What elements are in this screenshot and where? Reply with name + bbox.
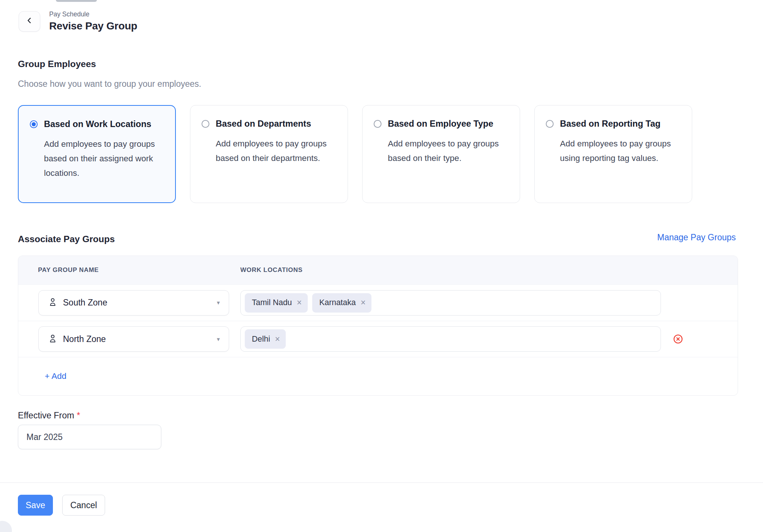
associate-pay-groups-heading: Associate Pay Groups (18, 234, 115, 244)
save-button[interactable]: Save (18, 495, 53, 516)
work-locations-multiselect[interactable]: Tamil Nadu×Karnataka× (240, 290, 661, 316)
column-header-work-locations: WORK LOCATIONS (240, 266, 303, 274)
group-employees-subtitle: Choose how you want to group your employ… (18, 79, 201, 89)
work-location-tag: Delhi× (245, 329, 286, 349)
footer-divider (0, 482, 763, 483)
work-location-tag: Karnataka× (312, 293, 371, 313)
header-titles: Pay Schedule Revise Pay Group (49, 10, 137, 32)
remove-tag-x-icon[interactable]: × (275, 335, 280, 343)
card-head: Based on Reporting Tag (546, 119, 681, 129)
cancel-button[interactable]: Cancel (62, 495, 105, 516)
radio-work-locations-selected[interactable] (30, 120, 38, 128)
pay-group-row: North Zone▾Delhi× (18, 321, 738, 357)
page-header: Pay Schedule Revise Pay Group (19, 10, 137, 32)
user-icon (48, 333, 58, 345)
delete-row-circle-x-icon[interactable] (672, 333, 684, 345)
work-location-tag: Tamil Nadu× (245, 293, 308, 313)
corner-widget-artifact (0, 521, 12, 532)
work-location-tag-label: Delhi (252, 335, 270, 344)
grouping-option-card-departments[interactable]: Based on DepartmentsAdd employees to pay… (190, 105, 348, 203)
grouping-option-cards: Based on Work LocationsAdd employees to … (18, 105, 692, 203)
add-pay-group-button[interactable]: + Add (45, 371, 66, 381)
work-location-tag-label: Karnataka (319, 298, 356, 307)
card-head: Based on Departments (202, 119, 337, 129)
remove-tag-x-icon[interactable]: × (297, 298, 302, 307)
remove-tag-x-icon[interactable]: × (361, 298, 365, 307)
user-icon (48, 297, 58, 308)
required-asterisk: * (77, 411, 80, 420)
radio-departments[interactable] (202, 120, 209, 128)
pay-group-row: South Zone▾Tamil Nadu×Karnataka× (18, 285, 738, 321)
grouping-option-description: Add employees to pay groups using report… (560, 136, 681, 165)
grouping-option-title: Based on Employee Type (388, 119, 493, 129)
grouping-option-description: Add employees to pay groups based on the… (388, 136, 509, 165)
grouping-option-title: Based on Work Locations (44, 119, 151, 129)
grouping-option-title: Based on Departments (216, 119, 311, 129)
grouping-option-description: Add employees to pay groups based on the… (44, 137, 165, 180)
pay-groups-table: PAY GROUP NAME WORK LOCATIONS South Zone… (18, 256, 738, 396)
work-location-tag-label: Tamil Nadu (252, 298, 292, 307)
pay-group-select[interactable]: North Zone▾ (38, 326, 229, 352)
group-employees-heading: Group Employees (18, 59, 96, 69)
breadcrumb: Pay Schedule (49, 10, 137, 18)
caret-down-icon: ▾ (217, 336, 220, 343)
add-row: + Add (18, 357, 738, 395)
column-header-pay-group-name: PAY GROUP NAME (18, 266, 240, 274)
card-head: Based on Employee Type (374, 119, 509, 129)
effective-from-label: Effective From* (18, 411, 80, 421)
screenshot-edge-artifact (56, 0, 97, 2)
grouping-option-description: Add employees to pay groups based on the… (216, 136, 337, 165)
manage-pay-groups-link[interactable]: Manage Pay Groups (657, 232, 736, 243)
card-head: Based on Work Locations (30, 119, 165, 129)
work-locations-multiselect[interactable]: Delhi× (240, 326, 661, 352)
grouping-option-card-employee-type[interactable]: Based on Employee TypeAdd employees to p… (362, 105, 520, 203)
effective-from-input[interactable] (18, 425, 161, 449)
chevron-left-icon (25, 16, 34, 26)
table-header-row: PAY GROUP NAME WORK LOCATIONS (18, 256, 738, 285)
grouping-option-title: Based on Reporting Tag (560, 119, 661, 129)
caret-down-icon: ▾ (217, 299, 220, 306)
pay-group-name: South Zone (63, 298, 107, 308)
pay-group-select[interactable]: South Zone▾ (38, 290, 229, 316)
back-button[interactable] (19, 11, 40, 32)
radio-employee-type[interactable] (374, 120, 382, 128)
grouping-option-card-work-locations[interactable]: Based on Work LocationsAdd employees to … (18, 105, 176, 203)
pay-group-name: North Zone (63, 334, 106, 344)
page-title: Revise Pay Group (49, 20, 137, 32)
grouping-option-card-reporting-tag[interactable]: Based on Reporting TagAdd employees to p… (534, 105, 692, 203)
radio-reporting-tag[interactable] (546, 120, 554, 128)
